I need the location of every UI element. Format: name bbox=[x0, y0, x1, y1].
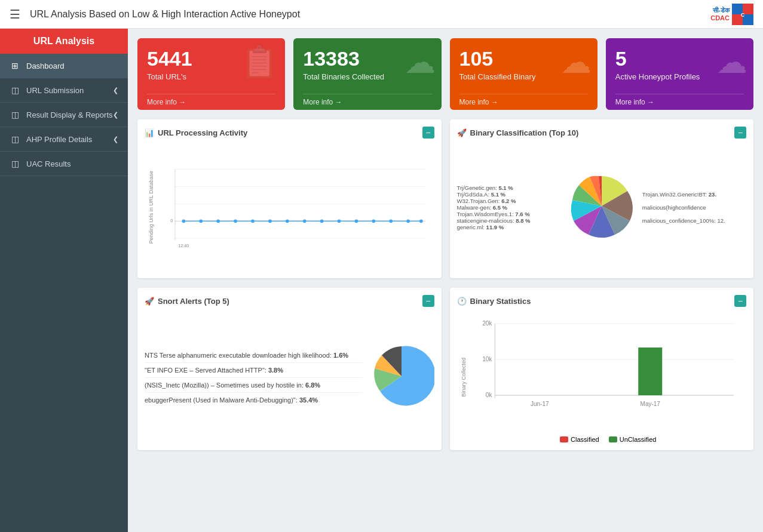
url-processing-svg: 0 bbox=[158, 143, 434, 269]
stat-card-total-urls: 📋 5441 Total URL's More info → bbox=[137, 38, 285, 110]
classified-color bbox=[560, 436, 568, 442]
snort-list: NTS Terse alphanumeric executable downlo… bbox=[145, 348, 363, 407]
url-chart-container: Pending Urls in URL Database bbox=[145, 143, 434, 271]
classified-binary-more-info[interactable]: More info → bbox=[459, 94, 588, 110]
legend-item-malicious-100: malicious_confidence_100%: 12. bbox=[642, 217, 746, 224]
snort-alerts-title: 🚀 Snort Alerts (Top 5) bbox=[145, 297, 229, 306]
stat-card-classified-binary: ☁ 105 Total Classified Binary More info … bbox=[450, 38, 597, 110]
binary-ylabel-container: Binary Collected bbox=[457, 312, 470, 443]
total-urls-more-info[interactable]: More info → bbox=[147, 94, 275, 110]
ahp-profile-icon: ◫ bbox=[10, 134, 20, 144]
sidebar-brand: URL Analysis bbox=[0, 29, 128, 54]
snort-item-3: ebuggerPresent (Used in Malware Anti-Deb… bbox=[145, 393, 363, 407]
svg-point-20 bbox=[303, 219, 307, 223]
sidebar-item-ahp-profile[interactable]: ◫ AHP Profile Details ❮ bbox=[0, 127, 128, 152]
svg-point-13 bbox=[182, 219, 185, 223]
legend-classified: Classified bbox=[560, 436, 599, 443]
active-honeypot-more-info[interactable]: More info → bbox=[615, 94, 744, 110]
binary-classification-minimize[interactable]: − bbox=[734, 127, 746, 139]
svg-text:Jun-17: Jun-17 bbox=[530, 401, 548, 407]
clock-icon: 🕐 bbox=[457, 297, 467, 306]
binary-statistics-minimize[interactable]: − bbox=[734, 295, 746, 307]
url-processing-title: 📊 URL Processing Activity bbox=[145, 128, 247, 137]
rocket-icon: 🚀 bbox=[457, 128, 467, 137]
stat-card-active-honeypot: ☁ 5 Active Honeypot Profiles More info → bbox=[606, 38, 753, 110]
snort-item-0: NTS Terse alphanumeric executable downlo… bbox=[145, 348, 363, 363]
cdac-english: CDAC bbox=[710, 14, 730, 21]
uac-results-icon: ◫ bbox=[10, 159, 20, 168]
legend-item-malicious-high: malicious(highconfidence bbox=[642, 204, 746, 211]
url-processing-header: 📊 URL Processing Activity − bbox=[145, 127, 434, 139]
svg-text:10k: 10k bbox=[482, 356, 492, 362]
main-content: 📋 5441 Total URL's More info → ☁ 13383 T… bbox=[128, 29, 763, 532]
dashboard-icon: ⊞ bbox=[10, 61, 20, 70]
sidebar-label-result-display: Result Display & Reports bbox=[26, 110, 113, 119]
total-urls-label: Total URL's bbox=[147, 72, 275, 81]
legend-item-trj-gdsda: Trj/GdSda.A: 5.1 % bbox=[457, 191, 561, 198]
total-binaries-more-info[interactable]: More info → bbox=[303, 94, 431, 110]
svg-point-24 bbox=[372, 219, 375, 223]
snort-item-2: (NSIS_Inetc (Mozilla)) – Sometimes used … bbox=[145, 378, 363, 393]
sidebar-label-url-submission: URL Submission bbox=[26, 86, 113, 95]
binary-right-legend: Trojan.Win32.Generic!BT: 23. malicious(h… bbox=[642, 191, 746, 224]
svg-rect-38 bbox=[638, 348, 662, 395]
sidebar: URL Analysis ⊞ Dashboard ◫ URL Submissio… bbox=[0, 29, 128, 532]
url-submission-icon: ◫ bbox=[10, 85, 20, 95]
pie-chart-container bbox=[566, 170, 638, 244]
legend-item-generic-ml: generic.ml: 11.9 % bbox=[457, 224, 561, 230]
sidebar-item-url-submission[interactable]: ◫ URL Submission ❮ bbox=[0, 78, 128, 103]
binary-classification-title: 🚀 Binary Classification (Top 10) bbox=[457, 128, 579, 137]
cdac-logo-svg: C bbox=[732, 4, 753, 25]
chevron-icon-url: ❮ bbox=[113, 87, 118, 94]
snort-pie-svg bbox=[369, 343, 434, 409]
url-chart-ylabel-container: Pending Urls in URL Database bbox=[145, 143, 158, 271]
sidebar-label-ahp-profile: AHP Profile Details bbox=[26, 135, 113, 144]
svg-point-19 bbox=[286, 219, 289, 223]
svg-point-18 bbox=[268, 219, 272, 223]
chevron-icon-result: ❮ bbox=[113, 111, 118, 119]
svg-point-14 bbox=[199, 219, 203, 223]
svg-text:0k: 0k bbox=[485, 392, 492, 398]
svg-point-16 bbox=[234, 219, 237, 223]
legend-item-trojan-win32: Trojan.Win32.Generic!BT: 23. bbox=[642, 191, 746, 198]
sidebar-label-uac-results: UAC Results bbox=[26, 159, 118, 168]
cdac-hindi: सी-डेक bbox=[710, 7, 730, 14]
hamburger-icon[interactable]: ☰ bbox=[10, 7, 20, 21]
topbar: ☰ URL Analysis Based on Low & High Inter… bbox=[0, 0, 763, 29]
sidebar-item-uac-results[interactable]: ◫ UAC Results bbox=[0, 152, 128, 176]
binary-classification-header: 🚀 Binary Classification (Top 10) − bbox=[457, 127, 747, 139]
sidebar-item-result-display[interactable]: ◫ Result Display & Reports ❮ bbox=[0, 103, 128, 127]
snort-alerts-minimize[interactable]: − bbox=[422, 295, 434, 307]
legend-item-trojan-wisdom: Trojan.WisdomEyes.1: 7.6 % bbox=[457, 211, 561, 217]
binary-pie-svg bbox=[566, 170, 638, 242]
binary-classification-content: Trj/Genetic.gen: 5.1 % Trj/GdSda.A: 5.1 … bbox=[457, 143, 747, 271]
binary-ylabel: Binary Collected bbox=[461, 358, 467, 397]
binary-left-legend: Trj/Genetic.gen: 5.1 % Trj/GdSda.A: 5.1 … bbox=[457, 184, 561, 230]
sidebar-item-dashboard[interactable]: ⊞ Dashboard bbox=[0, 54, 128, 78]
legend-item-malware-gen: Malware-gen: 6.5 % bbox=[457, 204, 561, 211]
binary-chart-plot: 20k 10k 0k Jun-17 May-17 bbox=[470, 312, 747, 443]
binary-stats-svg: 20k 10k 0k Jun-17 May-17 bbox=[470, 312, 747, 431]
snort-item-1: "ET INFO EXE – Served Attached HTTP": 3.… bbox=[145, 363, 363, 378]
svg-point-21 bbox=[320, 219, 324, 223]
charts-row-1: 📊 URL Processing Activity − Pending Urls… bbox=[137, 119, 753, 278]
charts-row-2: 🚀 Snort Alerts (Top 5) − NTS Terse alpha… bbox=[137, 288, 753, 450]
bar-chart-icon: 📊 bbox=[145, 128, 154, 137]
svg-point-17 bbox=[251, 219, 255, 223]
svg-point-26 bbox=[406, 219, 410, 223]
classified-binary-label: Total Classified Binary bbox=[459, 72, 588, 81]
legend-item-static: staticengine-malicious: 8.8 % bbox=[457, 217, 561, 224]
url-chart-plot: 0 bbox=[158, 143, 434, 271]
page-title: URL Analysis Based on Low & High Interac… bbox=[30, 9, 710, 20]
stat-card-total-binaries: ☁ 13383 Total Binaries Collected More in… bbox=[293, 38, 441, 110]
legend-item-w32-trojan: W32.Trojan.Gen: 6.2 % bbox=[457, 198, 561, 204]
logo: सी-डेक CDAC C bbox=[710, 4, 753, 25]
chevron-icon-ahp: ❮ bbox=[113, 136, 118, 143]
stat-cards-row: 📋 5441 Total URL's More info → ☁ 13383 T… bbox=[137, 38, 753, 110]
sidebar-label-dashboard: Dashboard bbox=[26, 61, 118, 70]
svg-text:0: 0 bbox=[170, 218, 173, 223]
url-chart-ylabel: Pending Urls in URL Database bbox=[148, 171, 154, 244]
legend-item-trj-genetic: Trj/Genetic.gen: 5.1 % bbox=[457, 184, 561, 191]
url-processing-minimize[interactable]: − bbox=[422, 127, 434, 139]
binary-stats-content: Binary Collected 20k bbox=[457, 312, 747, 443]
